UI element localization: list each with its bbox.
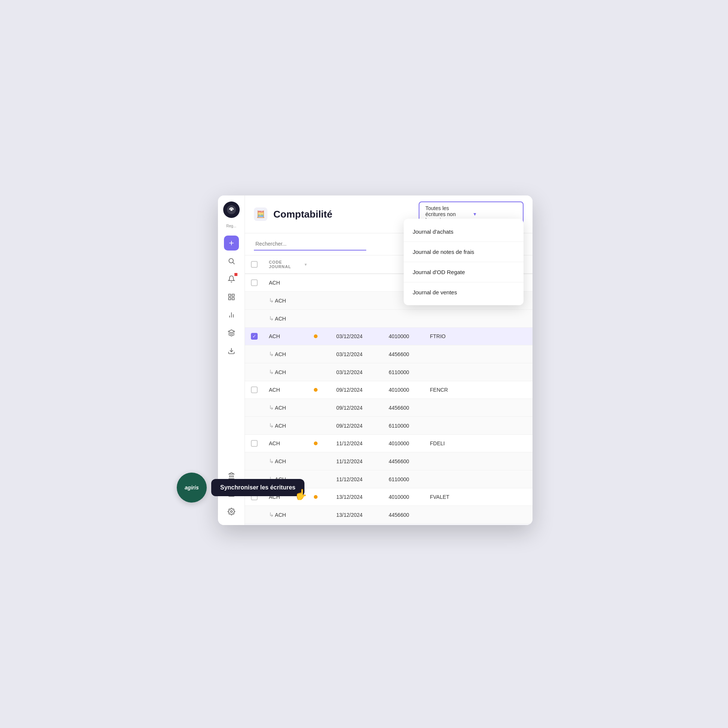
row-checkbox-checked[interactable]: ✓ [251,333,258,340]
svg-rect-7 [232,294,234,297]
col-header-code-journal[interactable]: CODE JOURNAL ▼ [266,255,311,273]
sidebar-item-charts[interactable] [224,307,239,323]
row-date: 13/12/2024 [333,489,386,505]
row-check [248,314,266,324]
row-check[interactable] [248,274,266,291]
row-date: 09/12/2024 [333,382,386,398]
grid-icon [228,293,235,301]
dropdown-item-notes[interactable]: Journal de notes de frais [404,242,523,262]
row-status [311,402,333,413]
status-dot-orange [314,442,318,445]
cursor-hand-icon: 👆 [294,488,307,501]
svg-line-5 [232,263,234,265]
row-checkbox[interactable] [251,387,258,393]
row-auxiliaire [427,421,472,431]
dropdown-item-od-label: Journal d'OD Regate [413,269,465,275]
row-compte: 4456600 [386,346,427,362]
row-check [248,349,266,359]
bar-chart-icon [228,311,235,319]
row-date: 03/12/2024 [333,346,386,362]
table-row: ACH 09/12/2024 4010000 FENCR [245,381,532,399]
row-auxiliaire [427,456,472,466]
notification-badge [234,273,237,276]
sidebar-item-add[interactable] [224,236,239,251]
row-code: ↳ ACH [266,292,311,309]
row-check[interactable]: ✓ [248,328,266,345]
sidebar-item-grid[interactable] [224,289,239,304]
row-auxiliaire [427,349,472,359]
row-date: 09/12/2024 [333,399,386,416]
dropdown-item-achats-label: Journal d'achats [413,228,454,235]
table-row: ↳ ACH 03/12/2024 6110000 [245,363,532,381]
row-checkbox[interactable] [251,440,258,447]
row-date: 09/12/2024 [333,418,386,434]
row-code: ACH [266,382,311,398]
sub-row-arrow: ↳ [269,458,274,464]
download-icon [228,347,235,355]
row-check [248,367,266,378]
select-all-checkbox[interactable] [251,261,258,268]
svg-rect-8 [228,298,231,300]
sidebar-logo [223,202,240,218]
dropdown-item-achats[interactable]: Journal d'achats [404,222,523,242]
agiris-tooltip-text: Synchroniser les écritures [220,484,295,491]
sub-row-arrow: ↳ [269,404,274,411]
row-date: 11/12/2024 [333,435,386,452]
row-checkbox[interactable] [251,279,258,286]
row-status [311,421,333,431]
row-date [333,277,386,288]
col-header-check [248,255,266,273]
agiris-logo-text: agiris [185,485,199,491]
table-row: ACH 11/12/2024 4010000 FDELI [245,435,532,453]
sidebar-item-download[interactable] [224,343,239,358]
row-check[interactable] [248,381,266,398]
dropdown-item-od[interactable]: Journal d'OD Regate [404,262,523,282]
col-header-status [311,255,333,273]
table-row: ✓ ACH 03/12/2024 4010000 FTRIO [245,328,532,345]
row-auxiliaire [427,474,472,485]
journal-dropdown-menu: Journal d'achats Journal de notes de fra… [404,219,523,305]
row-status [311,328,333,344]
row-check[interactable] [248,435,266,452]
sidebar-item-settings[interactable] [224,504,239,519]
row-status [311,489,333,505]
search-input[interactable] [254,238,366,251]
table-row: ↳ ACH 03/12/2024 4456600 [245,345,532,363]
row-check [248,421,266,431]
row-status [311,277,333,288]
row-auxiliaire: FDELI [427,435,472,452]
sub-row-arrow: ↳ [269,297,274,304]
svg-point-22 [230,511,232,513]
row-status [311,295,333,306]
dropdown-item-ventes[interactable]: Journal de ventes [404,282,523,302]
svg-point-1 [230,209,232,211]
dropdown-item-notes-label: Journal de notes de frais [413,249,474,255]
row-auxiliaire [427,402,472,413]
row-compte: 4456600 [386,453,427,470]
row-status [311,314,333,324]
row-auxiliaire [427,314,472,324]
row-date [333,295,386,306]
row-date: 11/12/2024 [333,471,386,488]
svg-rect-9 [232,298,234,300]
row-compte: 4456600 [386,507,427,523]
row-compte: 4010000 [386,435,427,452]
row-compte: 6110000 [386,364,427,381]
row-date: 13/12/2024 [333,507,386,523]
row-date: 03/12/2024 [333,364,386,381]
row-code: ↳ ACH [266,453,311,470]
add-icon [228,239,235,247]
sub-row-arrow: ↳ [269,512,274,518]
search-icon [228,257,235,265]
sidebar-item-layers[interactable] [224,326,239,340]
agiris-float-widget: agiris Synchroniser les écritures 👆 [177,473,304,503]
agiris-tooltip[interactable]: Synchroniser les écritures 👆 [211,479,304,496]
row-code: ↳ ACH [266,506,311,523]
sidebar-item-search[interactable] [224,254,239,269]
comptabilite-icon: 🧮 [254,208,268,221]
settings-icon [228,508,235,515]
row-status [311,367,333,378]
sub-row-arrow: ↳ [269,369,274,375]
sidebar-item-notifications[interactable] [224,272,239,286]
table-row: ↳ ACH 09/12/2024 4456600 [245,399,532,417]
